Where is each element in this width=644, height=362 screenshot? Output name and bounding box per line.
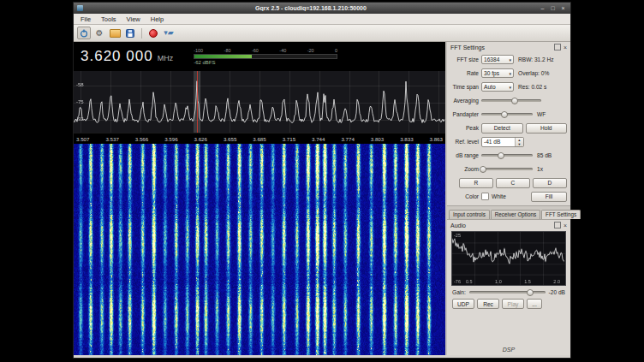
dock-close-icon[interactable]: × bbox=[564, 45, 567, 50]
dsp-power-button[interactable] bbox=[77, 27, 91, 39]
meter-value: -62 dBFS bbox=[194, 60, 337, 65]
fft-size-value: 16384 bbox=[484, 56, 509, 62]
zoom-slider[interactable] bbox=[481, 165, 533, 173]
freq-scale-label: 3.774 bbox=[341, 136, 354, 142]
tab-input-controls[interactable]: Input controls bbox=[449, 210, 490, 219]
meter-tick: -80 bbox=[224, 48, 231, 53]
averaging-slider[interactable] bbox=[481, 97, 541, 104]
configure-io-button[interactable]: ⚙ bbox=[92, 27, 106, 39]
db-range-value: 85 dB bbox=[537, 152, 552, 158]
pandapter: -58 -75 -92 bbox=[74, 71, 445, 133]
wf-label: WF bbox=[537, 111, 546, 117]
meter-tick: -100 bbox=[194, 48, 203, 53]
time-span-combo[interactable]: Auto ▾ bbox=[481, 82, 514, 92]
ref-level-label: Ref. level bbox=[450, 139, 479, 145]
audio-gain-row: Gain: -20 dB bbox=[447, 288, 570, 297]
audio-x-ticks: 0.5 1.0 1.5 2.0 bbox=[466, 279, 560, 284]
titlebar[interactable]: Gqrx 2.5 - cloudiq=192.168.1.210:50000 –… bbox=[74, 3, 570, 14]
meter-tick: -40 bbox=[279, 48, 286, 53]
rate-combo[interactable]: 30 fps ▾ bbox=[481, 68, 514, 78]
waterfall-canvas[interactable] bbox=[74, 144, 445, 355]
menu-tools[interactable]: Tools bbox=[96, 15, 122, 23]
pandapter-canvas[interactable] bbox=[74, 71, 445, 133]
rec-button[interactable]: Rec bbox=[477, 299, 499, 309]
audio-x-tick: 0.5 bbox=[466, 279, 473, 284]
zoom-center-button[interactable]: C bbox=[496, 178, 530, 188]
slider-handle[interactable] bbox=[480, 166, 486, 173]
bookmarks-button[interactable]: ▾▰ bbox=[162, 27, 176, 39]
time-span-value: Auto bbox=[484, 84, 509, 90]
pandapter-wf-split-slider[interactable] bbox=[481, 110, 533, 118]
menu-file[interactable]: File bbox=[75, 15, 96, 23]
fft-settings-form: FFT size 16384 ▾ RBW: 31.2 Hz Rate 30 fp… bbox=[447, 52, 570, 205]
slider-handle[interactable] bbox=[527, 289, 534, 296]
freq-scale-label: 3.685 bbox=[253, 136, 265, 142]
audio-buttons: UDP Rec Play ... bbox=[447, 297, 570, 311]
app-icon bbox=[77, 5, 83, 11]
load-settings-button[interactable] bbox=[108, 27, 122, 39]
db-range-label: dB range bbox=[450, 152, 479, 158]
zoom-reset-button[interactable]: R bbox=[459, 178, 493, 188]
audio-x-tick: 1.0 bbox=[495, 279, 502, 284]
color-white-checkbox[interactable] bbox=[481, 193, 489, 200]
slider-groove bbox=[481, 168, 533, 170]
frequency-scale[interactable]: 3.507 3.537 3.566 3.596 3.626 3.655 3.68… bbox=[74, 133, 445, 144]
iq-record-button[interactable] bbox=[146, 27, 160, 39]
meter-fill bbox=[194, 55, 251, 58]
close-button[interactable]: × bbox=[559, 4, 567, 12]
save-settings-button[interactable] bbox=[123, 27, 137, 39]
tab-fft-settings[interactable]: FFT Settings bbox=[541, 210, 581, 219]
slider-handle[interactable] bbox=[511, 98, 518, 104]
frequency-unit: MHz bbox=[158, 54, 174, 62]
toolbar: ⚙ ▾▰ bbox=[74, 25, 570, 42]
zoom-value: 1x bbox=[537, 166, 543, 172]
freq-scale-label: 3.655 bbox=[224, 136, 236, 142]
ref-level-value: -41 dB bbox=[482, 138, 515, 146]
audio-options-button[interactable]: ... bbox=[527, 299, 542, 309]
minimize-button[interactable]: – bbox=[539, 4, 546, 12]
db-range-slider[interactable] bbox=[481, 151, 533, 159]
res-info: Res: 0.02 s bbox=[518, 84, 546, 90]
menu-help[interactable]: Help bbox=[146, 15, 169, 23]
frequency-display[interactable]: 3.620 000 MHz bbox=[80, 48, 173, 65]
dsp-label: DSP bbox=[447, 345, 570, 355]
freq-scale-label: 3.833 bbox=[400, 136, 413, 142]
peak-detect-button[interactable]: Detect bbox=[481, 123, 523, 134]
maximize-button[interactable]: □ bbox=[549, 4, 557, 12]
slider-handle[interactable] bbox=[501, 111, 508, 118]
audio-spectrum-plot: -25 -76 0.5 1.0 1.5 2.0 bbox=[451, 231, 566, 286]
spin-down-icon[interactable]: ▾ bbox=[516, 142, 523, 146]
ref-level-spinbox[interactable]: -41 dB ▴ ▾ bbox=[481, 137, 524, 147]
tab-receiver-options[interactable]: Receiver Options bbox=[491, 210, 540, 219]
freq-scale-label: 3.507 bbox=[76, 136, 89, 142]
peak-label: Peak bbox=[450, 125, 479, 131]
udp-button[interactable]: UDP bbox=[452, 299, 474, 309]
menu-view[interactable]: View bbox=[122, 15, 146, 23]
white-label: White bbox=[492, 193, 506, 199]
zoom-demod-button[interactable]: D bbox=[533, 178, 567, 188]
dock-close-icon[interactable]: × bbox=[564, 223, 567, 228]
audio-canvas[interactable] bbox=[452, 232, 565, 285]
dock-float-icon[interactable] bbox=[554, 44, 561, 50]
fft-dock-title: FFT Settings bbox=[450, 45, 552, 50]
fft-size-combo[interactable]: 16384 ▾ bbox=[481, 55, 514, 64]
rate-value: 30 fps bbox=[484, 70, 509, 76]
dock-float-icon[interactable] bbox=[554, 222, 561, 228]
slider-handle[interactable] bbox=[498, 152, 504, 159]
chevron-down-icon: ▾ bbox=[509, 71, 511, 76]
audio-gain-slider[interactable] bbox=[469, 288, 546, 296]
meter-tick: -60 bbox=[252, 48, 259, 53]
spin-buttons[interactable]: ▴ ▾ bbox=[515, 138, 523, 146]
meter-scale: -100 -80 -60 -40 -20 0 bbox=[194, 48, 337, 53]
peak-hold-button[interactable]: Hold bbox=[526, 123, 568, 134]
toolbar-separator bbox=[141, 28, 142, 39]
fill-button[interactable]: Fill bbox=[531, 192, 567, 202]
audio-dock-header: Audio × bbox=[447, 220, 570, 230]
frequency-digits[interactable]: 3.620 000 bbox=[80, 48, 153, 65]
gqrx-window: Gqrx 2.5 - cloudiq=192.168.1.210:50000 –… bbox=[73, 2, 571, 359]
audio-x-tick: 1.5 bbox=[524, 279, 531, 284]
meter-bar bbox=[194, 54, 337, 59]
play-button[interactable]: Play bbox=[502, 299, 524, 309]
dock-column: FFT Settings × FFT size 16384 ▾ RBW: 31.… bbox=[445, 42, 570, 355]
time-span-label: Time span bbox=[450, 84, 479, 90]
